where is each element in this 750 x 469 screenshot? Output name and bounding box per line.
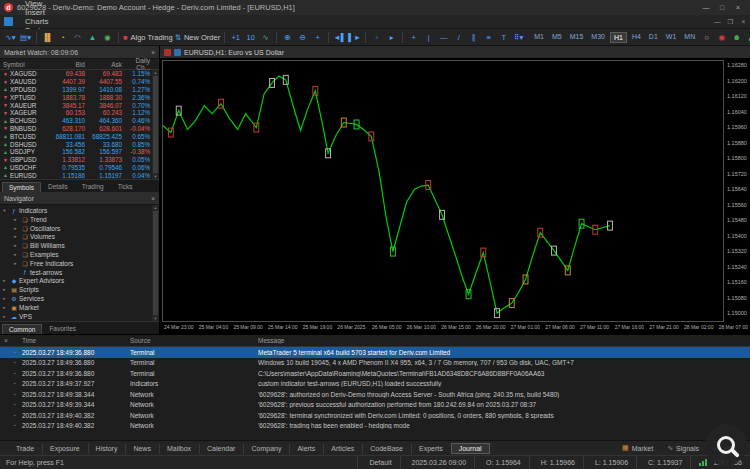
toolbar-button[interactable]: ⊖ <box>296 31 309 44</box>
toolbox-right-tab[interactable]: ∿ Signals <box>660 444 706 452</box>
navigator-item[interactable]: ƒ test-arrows <box>0 268 152 277</box>
toolbar-button[interactable]: ◔ <box>56 31 69 44</box>
chart-minimize-button[interactable]: — <box>711 18 724 26</box>
market-watch-row[interactable]: ▼BNBUSD 628.170 628.601 -0.04% <box>0 125 152 133</box>
journal-row[interactable]: 2025.03.27 18:49:37.927 Indicators custo… <box>0 379 750 390</box>
toolbox-tab[interactable]: Alerts <box>289 443 323 454</box>
toolbar-button[interactable]: T <box>497 31 510 44</box>
toolbar-button[interactable]: ≡ <box>482 31 495 44</box>
column-source[interactable]: Source <box>130 337 258 344</box>
expand-arrow-icon[interactable]: ▸ <box>0 314 9 319</box>
navigator-item[interactable]: ▸ ❏ Bill Williams <box>0 241 152 250</box>
toolbox-tab[interactable]: Articles <box>323 443 362 454</box>
timeframe-button[interactable]: M30 <box>588 32 608 43</box>
timeframe-button[interactable]: H4 <box>629 32 644 43</box>
scroll-up-icon[interactable]: ▴ <box>154 70 156 75</box>
timeframe-button[interactable]: H1 <box>610 32 627 43</box>
timeframe-button[interactable]: MN <box>681 32 698 43</box>
market-watch-row[interactable]: ▲BCHUSD 463.310 464.360 0.46% <box>0 117 152 125</box>
toolbar-button[interactable]: ▤▾ <box>19 31 32 44</box>
column-bid[interactable]: Bid <box>48 61 85 68</box>
minimize-button[interactable]: — <box>698 4 714 11</box>
navigator-tab[interactable]: Common <box>2 324 42 334</box>
timeframe-button[interactable]: M1 <box>531 32 547 43</box>
chart-restore-button[interactable]: ❐ <box>724 18 737 26</box>
navigator-item[interactable]: ▸ ⚙ Services <box>0 294 152 303</box>
toolbar-button[interactable]: ▸ <box>385 31 398 44</box>
menu-item[interactable]: Insert <box>18 8 60 17</box>
column-time[interactable]: Time <box>12 337 130 344</box>
time-axis[interactable]: 24 Mar 23:0025 Mar 04:0025 Mar 09:0025 M… <box>162 322 750 334</box>
navigator-item[interactable]: ▾ ƒ Indicators <box>0 206 152 215</box>
market-watch-row[interactable]: ▼XPTUSD 1883.78 1888.30 2.36% <box>0 93 152 101</box>
market-watch-row[interactable]: ▲DSHUSD 33.456 33.680 0.85% <box>0 140 152 148</box>
toolbox-tab[interactable]: Mailbox <box>159 443 199 454</box>
toolbar-button[interactable]: ⠿▾ <box>512 31 525 44</box>
timeframe-button[interactable]: M15 <box>567 32 587 43</box>
journal-row[interactable]: 2025.03.27 18:49:36.880 Terminal MetaTra… <box>0 347 750 358</box>
column-ask[interactable]: Ask <box>85 61 122 68</box>
toolbar-right-icon[interactable]: ○ <box>700 31 713 44</box>
toolbar-button[interactable] <box>36 32 37 43</box>
column-symbol[interactable]: Symbol <box>0 61 48 68</box>
market-watch-row[interactable]: ▼XAGUSD 69.438 69.483 1.15% <box>0 70 152 78</box>
toolbar-button[interactable] <box>365 32 366 43</box>
journal-row[interactable]: 2025.03.27 18:49:39.344 Network '6029628… <box>0 400 750 411</box>
journal-row[interactable]: 2025.03.27 18:49:36.880 Terminal C:\User… <box>0 368 750 379</box>
market-watch-row[interactable]: ▼XAGEUR 60.153 60.243 1.12% <box>0 109 152 117</box>
expand-arrow-icon[interactable]: ▾ <box>0 208 9 213</box>
market-watch-row[interactable]: ▲XPDUSD 1399.97 1410.08 1.27% <box>0 86 152 94</box>
journal-row[interactable]: 2025.03.27 18:49:40.382 Network '6029628… <box>0 410 750 421</box>
toolbar-button[interactable]: ∿▾ <box>4 31 17 44</box>
navigator-item[interactable]: ▸ ▣ Market <box>0 303 152 312</box>
toolbar-button[interactable]: ⊕ <box>281 31 294 44</box>
market-watch-tab[interactable]: Symbols <box>2 182 41 192</box>
toolbar-button[interactable]: ▌► <box>348 31 361 44</box>
toolbar-button[interactable]: | <box>422 31 435 44</box>
market-watch-row[interactable]: ▲USDCHF 0.79535 0.79546 0.06% <box>0 164 152 172</box>
toolbar-button[interactable] <box>276 32 277 43</box>
close-button[interactable]: × <box>730 4 746 11</box>
expand-arrow-icon[interactable]: ▸ <box>11 243 20 248</box>
toolbox-tab[interactable]: Journal <box>451 443 490 454</box>
market-watch-row[interactable]: ▼GBPUSD 1.33812 1.33873 0.05% <box>0 156 152 164</box>
price-axis[interactable]: 1.162801.162001.161201.160401.159601.158… <box>724 60 750 322</box>
toolbox-tab[interactable]: Experts <box>411 443 451 454</box>
market-watch-row[interactable]: ▼XAUEUR 3845.17 3846.07 0.70% <box>0 101 152 109</box>
market-watch-scrollbar[interactable]: ▴▾ <box>152 70 159 179</box>
menu-item[interactable]: Charts <box>18 17 60 26</box>
navigator-item[interactable]: ▸ ❏ Trend <box>0 215 152 224</box>
toolbox-right-tab[interactable]: ▦ Market <box>615 444 660 452</box>
toolbox-tab[interactable]: CodeBase <box>362 443 411 454</box>
navigator-item[interactable]: ▸ ❏ Oscillators <box>0 224 152 233</box>
navigator-item[interactable]: ▸ ◆ Expert Advisors <box>0 277 152 286</box>
toolbar-button[interactable]: ⇅ New Order <box>175 31 221 44</box>
market-watch-close-icon[interactable]: × <box>151 49 155 56</box>
navigator-item[interactable]: ▸ ☁ VPS <box>0 312 152 321</box>
toolbar-button[interactable]: ▲ <box>86 31 99 44</box>
magnifier-overlay[interactable] <box>705 424 747 466</box>
market-watch-row[interactable]: ▲USDJPY 156.582 156.597 -0.38% <box>0 148 152 156</box>
journal-row[interactable]: 2025.03.27 18:49:36.880 Terminal Windows… <box>0 358 750 369</box>
market-watch-row[interactable]: ▼XAUUSD 4407.39 4407.55 0.74% <box>0 78 152 86</box>
expand-arrow-icon[interactable]: ▸ <box>11 217 20 222</box>
toolbox-tab[interactable]: News <box>125 443 159 454</box>
navigator-close-icon[interactable]: × <box>151 195 155 202</box>
toolbar-button[interactable]: ◄▌ <box>333 31 346 44</box>
toolbox-tab[interactable]: Company <box>243 443 289 454</box>
column-message[interactable]: Message <box>258 337 750 344</box>
toolbox-tab[interactable]: History <box>88 443 126 454</box>
timeframe-button[interactable]: M5 <box>549 32 565 43</box>
toolbar-button[interactable]: +1 <box>229 31 242 44</box>
toolbar-button[interactable] <box>118 32 119 43</box>
market-watch-tab[interactable]: Ticks <box>111 181 140 192</box>
menu-item[interactable]: View <box>18 0 60 8</box>
market-watch-row[interactable]: ▲EURUSD 1.15186 1.15197 0.04% <box>0 171 152 179</box>
expand-arrow-icon[interactable]: ▸ <box>0 305 9 310</box>
price-chart[interactable] <box>162 60 724 322</box>
navigator-item[interactable]: ▸ ❏ Volumes <box>0 233 152 242</box>
expand-arrow-icon[interactable]: ▸ <box>11 226 20 231</box>
expand-arrow-icon[interactable]: ▸ <box>11 261 20 266</box>
toolbar-button[interactable]: ◉ <box>101 31 114 44</box>
journal-row[interactable]: 2025.03.27 18:49:38.344 Network '6029628… <box>0 389 750 400</box>
